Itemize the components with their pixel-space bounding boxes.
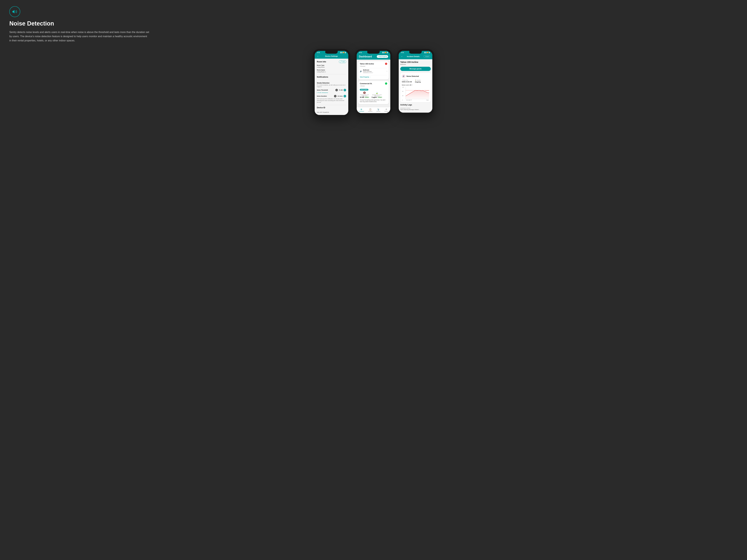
signal-icon: ▐▐▐ (340, 52, 342, 53)
clock-icon: ⏱ (402, 80, 403, 81)
noise-threshold-hint: ℹ 75 dB: Dishwasher (317, 92, 346, 93)
signal-icon: ▐▐▐ (424, 52, 427, 53)
noise-duration-increase-button[interactable]: + (344, 95, 346, 97)
room-type-value: Living Room (317, 66, 346, 68)
property-commercial-devices: 1 Device (360, 85, 387, 87)
noise-threshold-decrease-button[interactable]: − (335, 89, 338, 91)
chart-area: Threshold (406, 87, 429, 99)
property-tahoe-header: Tahoe 155 Incline ! (360, 63, 387, 65)
wifi-icon: 🛜 (385, 52, 386, 53)
avg-db-good-badge: GOOD (364, 97, 369, 98)
duration-item: ⌛ Duration Ongoing (415, 80, 421, 83)
nav-incidents[interactable]: 📋 Incidents (368, 108, 372, 112)
back-button[interactable]: ← (317, 55, 319, 57)
property-commercial-header: Commercial St. ✓ (360, 82, 387, 85)
view-property-link[interactable]: View Property → (360, 75, 387, 78)
activity-log-item: 04/20/2023 | 9:35:16 Storm Warning Messa… (400, 107, 431, 111)
incidents-nav-icon: 📋 (369, 108, 371, 110)
avg-db-stat: 🔇 Average dB Level of all rooms 16 dB GO… (360, 91, 369, 98)
phone1-content: Room Info Edit Room Type Living Room Roo… (315, 59, 348, 115)
wifi-icon: 🛜 (343, 52, 344, 53)
phone3-notch (409, 51, 422, 54)
phone2-time: 9:41 (359, 52, 362, 53)
wifi-icon: 🛜 (427, 52, 429, 53)
nav-devices[interactable]: 📡 Devices (377, 108, 380, 112)
time-row: ⏱ Start Time 04/20 | 9:24 AM ⌛ Duration … (402, 80, 429, 83)
noise-duration-decrease-button[interactable]: − (334, 95, 336, 97)
phone2-screen: 9:41 ▐▐▐ 🛜 ▓ Dashboard + Add Property Ta… (357, 51, 390, 113)
activity-log-text: Storm Warning Message Initiated... (400, 109, 420, 110)
nav-settings[interactable]: ⚙ Settings (384, 108, 388, 112)
phone-dashboard: 9:41 ▐▐▐ 🛜 ▓ Dashboard + Add Property Ta… (355, 49, 392, 115)
noise-detected-card: 🔊 Noise Detected ⏱ Start Time 04/20 | 9:… (400, 73, 431, 102)
devices-nav-icon: 📡 (377, 108, 380, 110)
message-guests-button[interactable]: Message guests (400, 67, 431, 71)
export-button[interactable]: ↑ Export (423, 55, 430, 58)
noise-threshold-increase-button[interactable]: + (344, 89, 346, 91)
nav-incidents-label: Incidents (368, 111, 372, 112)
incident-property-name: Tahoe 155 Incline (400, 61, 431, 63)
incident-details-title: Incident Details (407, 56, 419, 57)
phone3-status-icons: ▐▐▐ 🛜 ▓ (424, 52, 430, 53)
chart-x-labels: 9:24 AM PT Now (406, 100, 429, 101)
avg-pm-label: Average P.M. Level (371, 94, 382, 95)
noise-duration-desc: We'll send you the notification 10 minut… (317, 98, 346, 103)
battery-icon: ▓ (387, 52, 388, 53)
duration-label: ⌛ Duration (415, 80, 421, 81)
phone1-header-title: Device Settings (325, 55, 338, 57)
phones-container: 9:41 ▐▐▐ 🛜 ▓ ← Device Settings Room Info (9, 49, 738, 117)
room-name-label: Room Name (317, 69, 346, 71)
avg-pm-good-badge: GOOD (378, 97, 382, 98)
y-label-0: 0 (402, 100, 404, 101)
chart-y-labels: 120 80 40 0 (402, 87, 404, 101)
add-property-button[interactable]: + Add Property (377, 55, 388, 58)
export-label: Export (426, 56, 429, 57)
bottom-nav: ⊞ Dashboard 📋 Incidents 📡 Devices ⚙ Sett… (357, 107, 390, 113)
bedroom-room-row[interactable]: 🔊 Bedroom Noise Detected 04/20/2023 | 9:… (360, 68, 387, 74)
phone1-status-icons: ▐▐▐ 🛜 ▓ (340, 52, 346, 53)
avg-db-sublabel: of all rooms (360, 95, 369, 97)
noise-alert-icon: 🔊 (402, 74, 406, 78)
property-card-tahoe[interactable]: Tahoe 155 Incline ! 3 Devices 🔊 Bedroom … (358, 61, 389, 79)
property-tahoe-devices: 3 Devices (360, 65, 387, 67)
phone2-status-icons: ▐▐▐ 🛜 ▓ (382, 52, 388, 53)
room-type-label: Room Type (317, 64, 346, 66)
activity-logs-section: Activity Logs 04/20/2023 | 9:35:16 Storm… (400, 104, 431, 111)
nav-dashboard[interactable]: ⊞ Dashboard (359, 108, 364, 112)
avg-pm-stat: 🍃 Average P.M. Level of all rooms 3 μg/m… (371, 91, 382, 98)
bedroom-room-left: 🔊 Bedroom Noise Detected 04/20/2023 | 9:… (360, 69, 373, 73)
phone-device-settings: 9:41 ▐▐▐ 🛜 ▓ ← Device Settings Room Info (313, 49, 350, 117)
phone3-header: ← Incident Details ↑ Export (399, 54, 432, 59)
nav-settings-label: Settings (384, 111, 388, 112)
notifications-section: Notifications Smoke Detection For smoke … (317, 76, 346, 103)
noise-duration-value: 10 mins (337, 95, 343, 97)
dashboard-title: Dashboard (359, 55, 372, 58)
smoke-detection-desc: For smoke incidents, we will notify you … (317, 84, 346, 87)
avg-db-label: Average dB Level (360, 94, 369, 95)
header-section: Noise Detection Sentry detects noise lev… (9, 6, 738, 43)
noise-duration-label: Noise Duration (317, 95, 327, 97)
back-button[interactable]: ← (401, 55, 403, 58)
info-icon: ℹ (412, 84, 412, 86)
device-id-label: Device ID (317, 107, 346, 109)
pm-icon: 🍃 (371, 91, 382, 94)
sound-icon (12, 9, 18, 15)
edit-button[interactable]: Edit (339, 60, 346, 63)
avg-db-value: 16 dB (360, 97, 364, 98)
bedroom-name: Bedroom (363, 69, 373, 71)
signal-icon: ▐▐▐ (382, 52, 384, 53)
noise-duration-controls: − 10 mins + (334, 95, 346, 97)
battery-icon: ▓ (345, 52, 346, 53)
battery-icon: ▓ (429, 52, 430, 53)
chevron-right-icon: › (387, 70, 387, 72)
device-id-section: Device ID HAL-007-31aed131 (317, 107, 346, 113)
bedroom-time: 04/20/2023 | 9:24:17 (363, 72, 373, 73)
y-label-120: 120 (402, 87, 404, 88)
property-card-commercial[interactable]: Commercial St. ✓ 1 Device MONITORING 🔇 A… (358, 81, 389, 104)
phone3-screen: 9:41 ▐▐▐ 🛜 ▓ ← Incident Details ↑ Export (399, 51, 432, 113)
duration-value: Ongoing (415, 81, 421, 83)
noise-threshold-controls: − 75 dB + (335, 89, 346, 91)
bedroom-status: Noise Detected (363, 71, 373, 72)
phone2-notch (367, 51, 380, 54)
phone1-screen: 9:41 ▐▐▐ 🛜 ▓ ← Device Settings Room Info (315, 51, 348, 115)
